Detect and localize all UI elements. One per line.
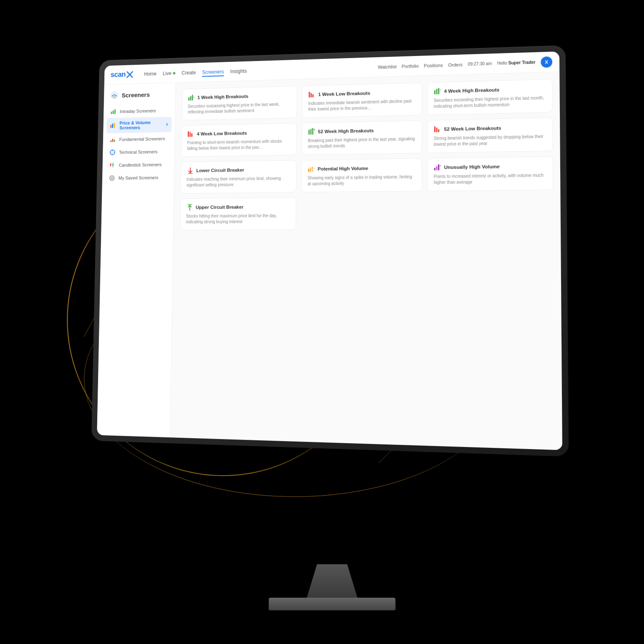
svg-rect-30 bbox=[434, 90, 435, 94]
sidebar-item-technical-label: Technical Screeners bbox=[119, 149, 158, 155]
sidebar-item-intraday-label: Intraday Screeners bbox=[120, 108, 156, 114]
svg-point-15 bbox=[111, 151, 114, 154]
svg-rect-40 bbox=[436, 128, 437, 132]
card-icon-52w-low bbox=[434, 125, 441, 133]
card-4-week-low[interactable]: 4 Week Low Breakouts Pointing to short-t… bbox=[181, 123, 297, 157]
svg-rect-20 bbox=[112, 164, 114, 166]
sidebar-item-price-volume[interactable]: Price & Volume Screeners bbox=[106, 117, 172, 133]
card-title-4w-low: 4 Week Low Breakouts bbox=[197, 130, 247, 136]
sidebar-item-candlestick[interactable]: Candlestick Screeners bbox=[102, 158, 174, 172]
intraday-icon bbox=[110, 108, 117, 115]
screener-content: 1 Week High Breakouts Securities surpass… bbox=[170, 72, 562, 450]
user-avatar[interactable]: X bbox=[541, 56, 553, 67]
sidebar-item-price-volume-label: Price & Volume Screeners bbox=[120, 120, 162, 130]
card-icon-lower-circuit bbox=[187, 167, 194, 175]
nav-insights[interactable]: Insights bbox=[230, 67, 247, 76]
card-title-potential-volume: Potential High Volume bbox=[318, 166, 368, 172]
svg-rect-11 bbox=[110, 141, 112, 142]
logo-x-icon bbox=[126, 71, 133, 78]
svg-rect-36 bbox=[309, 130, 310, 135]
sidebar: Screeners Intraday Screeners bbox=[97, 83, 176, 438]
card-desc-4w-high: Securities exceeding their highest price… bbox=[434, 95, 546, 110]
svg-rect-45 bbox=[312, 167, 313, 172]
card-upper-circuit[interactable]: Upper Circuit Breaker Stocks hitting the… bbox=[180, 197, 296, 230]
nav-home[interactable]: Home bbox=[144, 69, 157, 78]
card-desc-upper-circuit: Stocks hitting their maximum price limit… bbox=[186, 213, 290, 225]
card-desc-potential-volume: Showing early signs of a spike in tradin… bbox=[308, 174, 416, 187]
card-potential-volume[interactable]: Potential High Volume Showing early sign… bbox=[301, 158, 422, 192]
card-1-week-high[interactable]: 1 Week High Breakouts Securities surpass… bbox=[182, 86, 298, 120]
card-desc-4w-low: Pointing to short-term bearish momentum … bbox=[187, 138, 290, 152]
card-title-52w-low: 52 Week Low Breakouts bbox=[444, 125, 501, 132]
chevron-right-icon bbox=[165, 122, 169, 127]
svg-rect-13 bbox=[114, 140, 115, 142]
svg-rect-43 bbox=[308, 169, 309, 172]
svg-rect-33 bbox=[188, 131, 189, 137]
nav-positions[interactable]: Positions bbox=[424, 62, 443, 68]
card-icon-1w-high bbox=[188, 94, 195, 101]
nav-live[interactable]: Live bbox=[163, 69, 176, 78]
price-volume-icon bbox=[109, 122, 117, 129]
svg-rect-7 bbox=[114, 109, 116, 114]
card-52-week-low[interactable]: 52 Week Low Breakouts Strong bearish tre… bbox=[427, 117, 553, 153]
card-title-1w-low: 1 Week Low Breakouts bbox=[318, 90, 370, 97]
card-icon-4w-high bbox=[434, 88, 441, 95]
screener-grid: 1 Week High Breakouts Securities surpass… bbox=[180, 79, 554, 231]
card-52-week-high[interactable]: 52 Week High Breakouts Breaking past the… bbox=[302, 120, 422, 155]
svg-rect-47 bbox=[436, 166, 437, 170]
sidebar-item-fundamental[interactable]: Fundamental Screeners bbox=[103, 132, 175, 146]
sidebar-item-technical[interactable]: Technical Screeners bbox=[103, 145, 175, 159]
svg-rect-5 bbox=[111, 112, 112, 114]
svg-rect-25 bbox=[190, 96, 191, 101]
card-icon-4w-low bbox=[187, 130, 194, 138]
svg-rect-24 bbox=[188, 97, 189, 101]
greeting: Hello Super Trader bbox=[497, 60, 535, 66]
svg-rect-34 bbox=[189, 132, 191, 137]
fundamental-icon bbox=[109, 136, 116, 143]
card-icon-potential-volume bbox=[308, 165, 315, 173]
svg-rect-8 bbox=[110, 125, 112, 128]
sidebar-item-saved-label: My Saved Screeners bbox=[118, 175, 158, 181]
sidebar-item-intraday[interactable]: Intraday Screeners bbox=[104, 104, 175, 118]
svg-rect-41 bbox=[438, 129, 439, 132]
card-unusual-volume[interactable]: Unusually High Volume Points to increase… bbox=[427, 156, 553, 191]
nav-orders[interactable]: Orders bbox=[448, 62, 463, 67]
sidebar-item-saved[interactable]: My Saved Screeners bbox=[102, 171, 174, 185]
stand-neck bbox=[307, 564, 357, 597]
card-desc-lower-circuit: Indicates reaching their minimum price l… bbox=[186, 176, 290, 188]
logo[interactable]: scan bbox=[110, 70, 133, 79]
svg-rect-29 bbox=[312, 94, 314, 98]
nav-watchlist[interactable]: Watchlist bbox=[378, 64, 397, 69]
card-desc-52w-low: Strong bearish trends suggested by dropp… bbox=[434, 133, 546, 147]
card-title-upper-circuit: Upper Circuit Breaker bbox=[196, 205, 244, 210]
card-icon-52w-high bbox=[308, 128, 316, 136]
sidebar-logo-icon bbox=[110, 91, 119, 100]
svg-rect-9 bbox=[112, 124, 113, 128]
svg-rect-35 bbox=[191, 133, 192, 137]
card-1-week-low[interactable]: 1 Week Low Breakouts Indicates immediate… bbox=[302, 82, 422, 118]
svg-rect-12 bbox=[112, 139, 113, 142]
nav-create[interactable]: Create bbox=[181, 68, 196, 77]
svg-rect-48 bbox=[438, 164, 439, 170]
card-lower-circuit[interactable]: Lower Circuit Breaker Indicates reaching… bbox=[181, 160, 297, 193]
svg-rect-32 bbox=[438, 88, 439, 94]
live-indicator bbox=[173, 72, 176, 75]
card-desc-1w-high: Securities surpassing highest price in t… bbox=[188, 101, 291, 115]
card-desc-52w-high: Breaking past their highest price in the… bbox=[308, 136, 415, 149]
nav-portfolio[interactable]: Portfolio bbox=[402, 63, 419, 69]
card-title-52w-high: 52 Week High Breakouts bbox=[318, 128, 374, 134]
card-title-1w-high: 1 Week High Breakouts bbox=[197, 94, 248, 100]
sidebar-item-fundamental-label: Fundamental Screeners bbox=[119, 136, 165, 142]
card-icon-1w-low bbox=[308, 91, 316, 98]
card-title-lower-circuit: Lower Circuit Breaker bbox=[196, 168, 244, 173]
card-4-week-high[interactable]: 4 Week High Breakouts Securities exceedi… bbox=[427, 79, 553, 115]
logo-text: scan bbox=[110, 70, 125, 79]
nav-screeners[interactable]: Screeners bbox=[202, 67, 224, 77]
card-desc-unusual-volume: Points to increased interest or activity… bbox=[434, 173, 546, 186]
card-icon-upper-circuit bbox=[186, 204, 193, 211]
svg-rect-17 bbox=[110, 164, 111, 166]
main-content: Screeners Intraday Screeners bbox=[97, 72, 562, 450]
svg-rect-44 bbox=[310, 168, 311, 172]
card-title-4w-high: 4 Week High Breakouts bbox=[444, 87, 499, 93]
nav-right: Watchlist Portfolio Positions Orders 09:… bbox=[378, 56, 552, 72]
